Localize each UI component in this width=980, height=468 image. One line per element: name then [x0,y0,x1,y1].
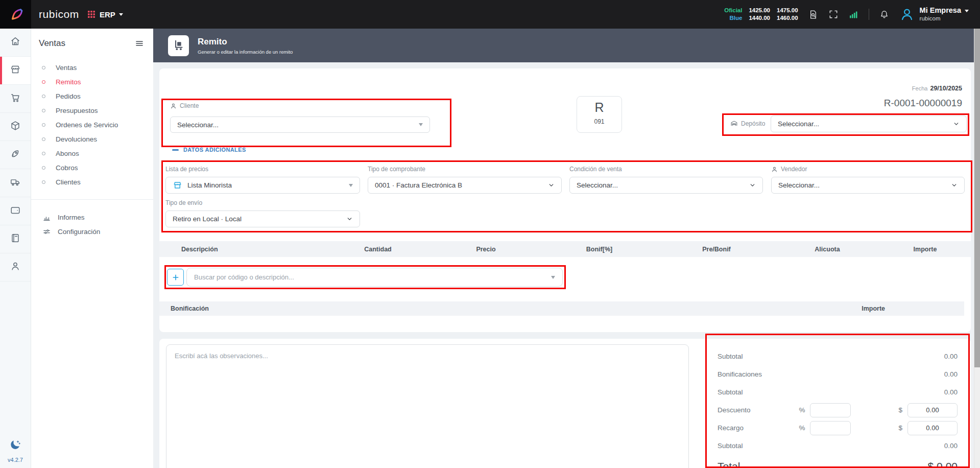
item-search [186,268,563,287]
bonificaciones-row: Bonificaciones 0.00 [718,365,958,383]
rail-item-home[interactable] [0,29,31,57]
lista-precios-label: Lista de precios [165,166,360,173]
deposito-select-value: Seleccionar... [778,120,819,128]
col-cantidad: Cantidad [325,246,431,253]
observations-textarea[interactable] [166,344,689,468]
sidebar-item-remitos[interactable]: Remitos [31,75,153,89]
account-menu[interactable]: Mi Empresa rubicom [899,6,969,22]
rail-item-accounting[interactable] [0,225,31,253]
sidebar-item-informes[interactable]: Informes [31,210,153,224]
rate-blue-buy: 1440.00 [749,15,770,21]
fullscreen-icon[interactable] [828,9,839,19]
brand-logo[interactable] [0,0,31,29]
remito-form-card: Fecha29/10/2025 R-0001-00000019 R 091 Cl… [159,68,971,332]
sidebar-item-abonos[interactable]: Abonos [31,146,153,160]
deposito-select[interactable]: Seleccionar... [771,115,967,132]
truck-icon [10,176,21,190]
sidebar-item-pedidos[interactable]: Pedidos [31,89,153,103]
condicion-select[interactable]: Seleccionar... [569,177,763,194]
rail-item-hr[interactable] [0,253,31,282]
totals-panel: Subtotal 0.00 Bonificaciones 0.00 Subtot… [718,347,958,468]
recargo-row: Recargo % $ [718,419,958,437]
envio-label: Tipo de envío [165,199,360,206]
person-icon [771,166,778,173]
add-item-button[interactable] [167,269,184,286]
bullet-icon [42,123,45,127]
scrollbar-thumb[interactable] [974,29,980,367]
file-search-icon[interactable] [808,9,819,20]
erp-app: rubicom ERP Oficial 1425.00 1475.00 Blue… [0,0,980,468]
rail-item-purchases[interactable] [0,85,31,113]
apps-grid-icon[interactable] [88,11,95,18]
rate-oficial-buy: 1425.00 [749,7,770,14]
panel-title: Ventas [39,38,65,49]
chevron-down-icon [346,216,353,222]
rail-item-production[interactable] [0,141,31,169]
chevron-down-icon [119,13,123,18]
dark-mode-toggle[interactable] [9,439,22,452]
comprobante-select[interactable]: 0001 · Factura Electrónica B [368,177,562,194]
descuento-percent-input[interactable] [810,403,851,417]
dropdown-arrow-icon [349,184,353,187]
rail-item-treasury[interactable] [0,197,31,225]
currency-symbol: $ [898,424,902,432]
store-icon [173,180,182,190]
recargo-percent-input[interactable] [810,421,851,435]
icon-rail: v4.2.7 [0,29,31,468]
total-row: Total $ 0.00 [718,459,958,468]
bullet-icon [42,180,45,184]
fecha-label: Fecha [912,85,928,91]
col-alicuota: Alicuota [775,246,879,253]
bullet-icon [42,166,45,170]
bell-icon[interactable] [879,9,890,20]
chevron-down-icon [953,121,960,127]
condicion-label: Condición de venta [569,166,763,173]
datos-adicionales-toggle[interactable]: DATOS ADICIONALES [172,147,246,153]
rate-oficial-sell: 1475.00 [777,7,798,14]
rail-item-logistics[interactable] [0,169,31,197]
sidebar-item-devoluciones[interactable]: Devoluciones [31,132,153,146]
lista-precios-select[interactable]: Lista Minorista [165,177,360,194]
cliente-select[interactable]: Seleccionar... [170,116,430,133]
vendedor-select[interactable]: Seleccionar... [771,177,965,194]
item-search-input[interactable] [194,273,551,281]
recargo-amount-input[interactable] [907,421,958,435]
bullet-icon [42,80,45,84]
subtotal-row: Subtotal 0.00 [718,437,958,455]
company-name: Mi Empresa [920,6,961,15]
cliente-label: Cliente [170,102,199,109]
bar-chart-icon [42,213,51,222]
collapse-minus-icon [172,149,179,151]
rate-label-blue: Blue [724,15,742,21]
vendedor-label: Vendedor [771,166,965,173]
sidebar-item-cobros[interactable]: Cobros [31,160,153,175]
descuento-amount-input[interactable] [907,403,958,417]
sidebar-item-ventas[interactable]: Ventas [31,60,153,75]
bonificacion-importe-label: Importe [862,305,885,312]
percent-symbol: % [799,406,805,414]
bonificacion-label: Bonificación [171,305,209,312]
chevron-down-icon [548,182,555,189]
app-switcher[interactable]: ERP [100,10,115,19]
sidebar-item-configuracion[interactable]: Configuración [31,224,153,239]
sidebar-item-clientes[interactable]: Clientes [31,175,153,189]
currency-symbol: $ [898,406,902,414]
topbar-divider [869,9,869,20]
sidebar-item-ordenes-servicio[interactable]: Ordenes de Servicio [31,118,153,132]
rail-item-sales[interactable] [0,57,31,85]
hamburger-menu-icon[interactable] [135,39,144,48]
envio-select[interactable]: Retiro en Local · Local [165,210,360,227]
vertical-scrollbar[interactable] [974,29,980,468]
panel-divider [31,199,153,200]
signal-bars-icon[interactable] [848,9,859,20]
rail-item-stock[interactable] [0,113,31,141]
envio-value: Retiro en Local · Local [173,215,242,223]
bullet-icon [42,95,45,98]
cart-icon [10,92,21,105]
chevron-down-icon [951,182,958,189]
wallet-icon [10,204,21,218]
fecha-row: Fecha29/10/2025 [912,85,962,92]
sidebar-item-presupuestos[interactable]: Presupuestos [31,103,153,118]
col-prebonif: Pre/Bonif [658,246,775,253]
rocket-logo-icon [8,7,23,22]
